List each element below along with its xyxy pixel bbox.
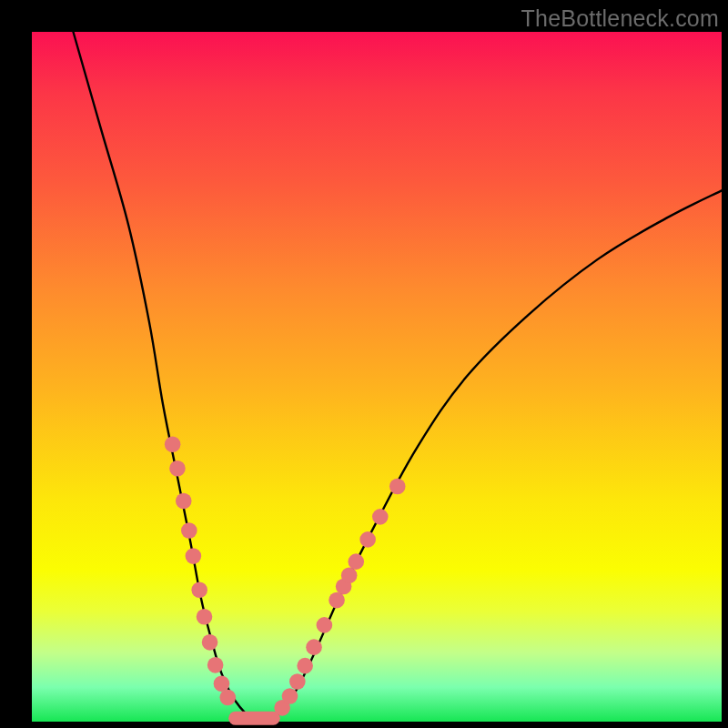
watermark-text: TheBottleneck.com	[521, 5, 719, 32]
marker-dot	[191, 581, 207, 598]
marker-dot	[176, 493, 192, 510]
marker-dot	[317, 617, 333, 633]
plot-area	[32, 32, 722, 722]
marker-dot	[359, 531, 376, 548]
marker-dot	[297, 658, 313, 674]
marker-dot	[202, 634, 218, 651]
marker-dot	[341, 568, 358, 584]
marker-dot	[282, 688, 298, 704]
marker-dot	[214, 676, 230, 693]
marker-dot	[348, 553, 364, 570]
marker-dot	[372, 509, 389, 525]
marker-dot	[169, 460, 186, 477]
chart-frame: TheBottleneck.com	[0, 0, 728, 728]
marker-dot	[197, 609, 213, 625]
chart-overlay	[32, 32, 722, 722]
marker-dot	[329, 592, 345, 609]
marker-dot	[181, 522, 197, 539]
marker-dot	[186, 548, 202, 564]
marker-dot	[207, 657, 224, 673]
marker-dot	[219, 690, 236, 706]
marker-dot	[165, 436, 181, 452]
marker-dots-group	[165, 436, 406, 715]
bottleneck-curve	[73, 32, 722, 721]
marker-dot	[306, 639, 322, 655]
marker-dot	[389, 479, 406, 495]
marker-dot	[289, 673, 306, 690]
